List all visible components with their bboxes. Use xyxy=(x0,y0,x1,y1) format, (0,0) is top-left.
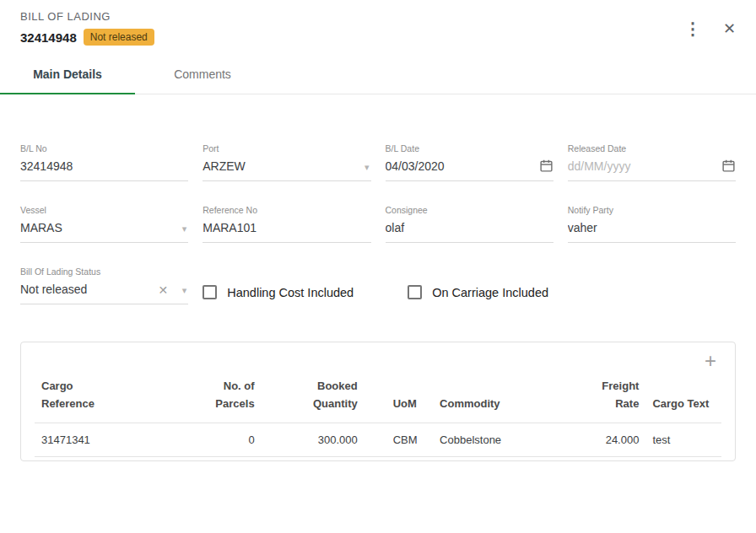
cell-uom: CBM xyxy=(364,423,433,456)
chevron-down-icon[interactable]: ▾ xyxy=(364,162,370,173)
consignee-input[interactable] xyxy=(386,219,554,241)
dialog-eyebrow: BILL OF LADING xyxy=(20,10,154,23)
bl-date-input[interactable] xyxy=(386,158,554,180)
field-vessel: Vessel ▾ xyxy=(20,205,188,243)
checkbox-icon[interactable] xyxy=(408,285,422,299)
released-date-input[interactable] xyxy=(568,158,736,180)
chevron-down-icon[interactable]: ▾ xyxy=(182,285,187,296)
field-consignee: Consignee xyxy=(386,205,554,243)
bl-no-input[interactable] xyxy=(20,158,188,180)
field-bl-no: B/L No xyxy=(20,143,188,181)
cell-commodity: Cobbelstone xyxy=(433,423,570,456)
field-port: Port ▾ xyxy=(202,143,370,181)
field-bl-date: B/L Date xyxy=(386,143,554,181)
handling-cost-checkbox[interactable]: Handling Cost Included xyxy=(202,285,354,299)
dialog-header: BILL OF LADING 32414948 Not released ⋮ ✕ xyxy=(0,0,756,52)
chevron-down-icon[interactable]: ▾ xyxy=(182,223,187,234)
notify-party-control xyxy=(568,219,736,243)
clear-icon[interactable]: ✕ xyxy=(159,283,169,297)
field-released-date: Released Date xyxy=(568,143,736,181)
cargo-card: + Cargo Reference No. of Parcels Booked … xyxy=(20,342,736,460)
released-date-control xyxy=(568,158,736,181)
released-date-label: Released Date xyxy=(568,143,736,153)
header-text: BILL OF LADING 32414948 Not released xyxy=(20,10,154,46)
notify-party-label: Notify Party xyxy=(568,205,736,215)
calendar-icon[interactable] xyxy=(721,159,736,175)
cell-cargo-text: test xyxy=(645,423,721,456)
cell-no-of-parcels: 0 xyxy=(186,423,262,456)
title-row: 32414948 Not released xyxy=(20,29,154,46)
bl-date-label: B/L Date xyxy=(386,143,554,153)
col-cargo-reference: Cargo Reference xyxy=(35,373,186,423)
tab-bar: Main Details Comments xyxy=(0,57,756,94)
field-reference-no: Reference No xyxy=(202,205,370,243)
status-badge: Not released xyxy=(84,29,154,46)
col-freight-rate: Freight Rate xyxy=(570,373,646,423)
port-label: Port xyxy=(202,143,370,153)
cargo-table: Cargo Reference No. of Parcels Booked Qu… xyxy=(35,373,721,456)
calendar-icon[interactable] xyxy=(539,159,554,175)
bl-status-label: Bill Of Lading Status xyxy=(20,266,188,277)
col-uom: UoM xyxy=(364,373,433,423)
col-no-of-parcels: No. of Parcels xyxy=(186,373,262,423)
vessel-label: Vessel xyxy=(20,205,188,215)
field-notify-party: Notify Party xyxy=(568,205,736,243)
on-carriage-checkbox[interactable]: On Carriage Included xyxy=(408,285,548,299)
reference-no-control xyxy=(202,219,370,243)
bl-no-label: B/L No xyxy=(20,143,188,153)
bl-no-control xyxy=(20,158,188,181)
port-control: ▾ xyxy=(202,158,370,181)
checkbox-group: Handling Cost Included On Carriage Inclu… xyxy=(202,266,736,304)
table-row[interactable]: 31471341 0 300.000 CBM Cobbelstone 24.00… xyxy=(35,423,721,456)
tab-main-details[interactable]: Main Details xyxy=(0,57,135,94)
add-cargo-icon[interactable]: + xyxy=(699,349,721,373)
checkbox-label: On Carriage Included xyxy=(432,286,548,299)
reference-no-label: Reference No xyxy=(202,205,370,215)
bl-status-control: ✕ ▾ xyxy=(20,281,188,304)
close-icon[interactable]: ✕ xyxy=(720,18,739,40)
bl-date-control xyxy=(386,158,554,181)
consignee-control xyxy=(386,219,554,243)
vessel-control: ▾ xyxy=(20,219,188,243)
cargo-card-toolbar: + xyxy=(35,349,721,373)
cell-cargo-reference: 31471341 xyxy=(35,423,186,456)
main-content: B/L No Port ▾ B/L Date xyxy=(0,94,756,460)
form-grid: B/L No Port ▾ B/L Date xyxy=(20,143,736,243)
consignee-label: Consignee xyxy=(386,205,554,215)
status-row: Bill Of Lading Status ✕ ▾ Handling Cost … xyxy=(20,266,736,304)
kebab-menu-icon[interactable]: ⋮ xyxy=(681,17,705,40)
vessel-select[interactable] xyxy=(20,219,188,241)
cell-booked-quantity: 300.000 xyxy=(262,423,364,456)
checkbox-icon[interactable] xyxy=(202,285,217,299)
header-actions: ⋮ ✕ xyxy=(681,17,739,40)
field-bl-status: Bill Of Lading Status ✕ ▾ xyxy=(20,266,188,304)
page-title: 32414948 xyxy=(20,30,77,45)
col-commodity: Commodity xyxy=(433,373,570,423)
checkbox-label: Handling Cost Included xyxy=(227,286,354,299)
table-header-row: Cargo Reference No. of Parcels Booked Qu… xyxy=(35,373,721,423)
col-cargo-text: Cargo Text xyxy=(645,373,721,423)
notify-party-input[interactable] xyxy=(568,219,736,241)
tab-comments[interactable]: Comments xyxy=(135,57,270,94)
col-booked-quantity: Booked Quantity xyxy=(262,373,364,423)
bill-of-lading-dialog: BILL OF LADING 32414948 Not released ⋮ ✕… xyxy=(0,0,756,533)
reference-no-input[interactable] xyxy=(202,219,370,241)
port-select[interactable] xyxy=(202,158,370,180)
cell-freight-rate: 24.000 xyxy=(570,423,646,456)
